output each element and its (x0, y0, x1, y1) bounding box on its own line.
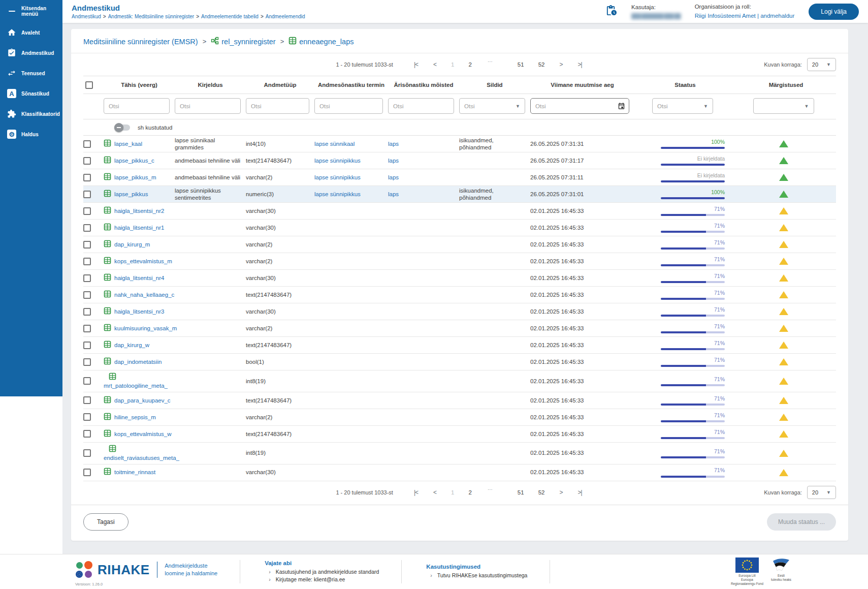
element-name-link[interactable]: dap_kirurg_m (114, 241, 150, 248)
element-name-link[interactable]: hiline_sepsis_m (114, 414, 156, 421)
term-link[interactable]: lapse sünnipikkus (314, 174, 361, 180)
back-button[interactable]: Tagasi (83, 513, 128, 531)
concept-link[interactable]: laps (388, 174, 399, 180)
row-checkbox[interactable] (83, 291, 91, 299)
row-checkbox[interactable] (83, 377, 91, 385)
green-triangle-flag-icon[interactable] (779, 140, 788, 147)
row-checkbox[interactable] (83, 207, 91, 215)
row-checkbox[interactable] (83, 224, 91, 232)
dataset-breadcrumb-link[interactable]: rel_synniregister (211, 37, 275, 46)
row-checkbox[interactable] (83, 396, 91, 404)
element-name-link[interactable]: haigla_litsentsi_nr1 (114, 224, 164, 231)
sidebar-item-klassifikaatorid[interactable]: Klassifikaatorid (0, 104, 62, 124)
row-checkbox[interactable] (83, 449, 91, 457)
page-button-51[interactable]: 51 (517, 489, 525, 495)
row-checkbox[interactable] (83, 342, 91, 349)
row-checkbox[interactable] (83, 430, 91, 438)
green-triangle-flag-icon[interactable] (779, 157, 788, 164)
prev-page-button[interactable]: < (432, 489, 438, 496)
breadcrumb-link[interactable]: Andmestik: Meditsiiniline sünniregister (108, 14, 195, 19)
select-all-checkbox[interactable] (85, 81, 93, 89)
first-page-button[interactable]: |< (412, 61, 420, 68)
filter-input-kirjeldus[interactable] (175, 98, 241, 114)
org-role-link[interactable]: Riigi Infosüsteemi Amet | andmehaldur (695, 13, 795, 19)
element-name-link[interactable]: kops_ettevalmistus_m (114, 258, 172, 265)
collapse-menu-button[interactable]: Kitsendan menüü (0, 1, 62, 21)
footer-link[interactable]: ›Kirjutage meile: klient@ria.ee (269, 576, 379, 582)
page-button-2[interactable]: 2 (467, 61, 472, 68)
row-checkbox[interactable] (83, 325, 91, 332)
element-name-link[interactable]: dap_indometatsiin (114, 358, 162, 365)
element-name-link[interactable]: dap_para_kuupaev_c (114, 397, 171, 404)
clipboard-clock-icon[interactable] (605, 5, 617, 18)
element-name-link[interactable]: kuulmisuuring_vasak_m (114, 325, 177, 332)
element-name-link[interactable]: toitmine_rinnast (114, 469, 155, 476)
per-page-select[interactable]: 20 ▼ (807, 58, 836, 71)
filter-select-m-rgistused[interactable]: ▼ (753, 98, 814, 114)
breadcrumb-link[interactable]: Andmeelementide tabelid (201, 14, 259, 19)
row-checkbox[interactable] (83, 157, 91, 165)
element-name-link[interactable]: endiselt_raviasutuses_meta_ (104, 454, 179, 461)
next-page-button[interactable]: > (558, 61, 564, 68)
yellow-triangle-flag-icon[interactable] (779, 414, 788, 421)
filter-input-andmes-nastiku-termin[interactable] (314, 98, 383, 114)
term-link[interactable]: lapse sünnipikkus (314, 158, 361, 164)
element-name-link[interactable]: kops_ettevalmistus_w (114, 430, 172, 438)
yellow-triangle-flag-icon[interactable] (779, 308, 788, 315)
green-triangle-flag-icon[interactable] (779, 174, 788, 181)
element-name-link[interactable]: nahk_naha_kellaaeg_c (114, 291, 174, 298)
footer-link[interactable]: ›Tutvu RIHAKEse kasutustingimustega (430, 572, 527, 578)
footer-link[interactable]: ›Kasutusjuhend ja andmekirjelduse standa… (269, 569, 379, 575)
breadcrumb-link[interactable]: Andmestikud (72, 14, 101, 19)
first-page-button[interactable]: |< (412, 489, 420, 496)
breadcrumb-link[interactable]: Andmeelemendid (266, 14, 305, 19)
row-checkbox[interactable] (83, 413, 91, 421)
yellow-triangle-flag-icon[interactable] (779, 397, 788, 404)
row-checkbox[interactable] (83, 469, 91, 476)
element-name-link[interactable]: haigla_litsentsi_nr3 (114, 308, 164, 315)
row-checkbox[interactable] (83, 258, 91, 265)
yellow-triangle-flag-icon[interactable] (779, 241, 788, 248)
row-checkbox[interactable] (83, 174, 91, 181)
element-name-link[interactable]: mrt_patoloogiline_meta_ (104, 382, 168, 389)
yellow-triangle-flag-icon[interactable] (779, 274, 788, 282)
yellow-triangle-flag-icon[interactable] (779, 430, 788, 438)
filter-input-andmet-p[interactable] (246, 98, 309, 114)
row-checkbox[interactable] (83, 274, 91, 282)
row-checkbox[interactable] (83, 191, 91, 198)
term-link[interactable]: lapse sünnikaal (314, 141, 355, 147)
filter-date-viimane-muutmise-aeg[interactable] (530, 98, 629, 114)
row-checkbox[interactable] (83, 241, 91, 249)
sidebar-item-s-nastikud[interactable]: ASõnastikud (0, 83, 62, 104)
sidebar-item-haldus[interactable]: ⚙Haldus (0, 124, 62, 144)
yellow-triangle-flag-icon[interactable] (779, 325, 788, 332)
page-button-1[interactable]: 1 (450, 61, 455, 68)
element-name-link[interactable]: lapse_pikkus_c (114, 157, 154, 164)
prev-page-button[interactable]: < (432, 61, 438, 68)
yellow-triangle-flag-icon[interactable] (779, 378, 788, 385)
filter-date-input[interactable] (530, 98, 629, 114)
element-name-link[interactable]: dap_kirurg_w (114, 342, 149, 349)
sidebar-item-andmestikud[interactable]: Andmestikud (0, 43, 62, 63)
yellow-triangle-flag-icon[interactable] (779, 342, 788, 349)
sidebar-item-avaleht[interactable]: Avaleht (0, 22, 62, 43)
dataset-breadcrumb-link[interactable]: enneaegne_laps (288, 37, 353, 46)
page-button-2[interactable]: 2 (467, 489, 472, 495)
next-page-button[interactable]: > (558, 489, 564, 496)
term-link[interactable]: lapse sünnipikkus (314, 191, 361, 197)
yellow-triangle-flag-icon[interactable] (779, 258, 788, 265)
yellow-triangle-flag-icon[interactable] (779, 291, 788, 298)
concept-link[interactable]: laps (388, 191, 399, 197)
row-checkbox[interactable] (83, 308, 91, 316)
element-name-link[interactable]: lapse_kaal (114, 140, 142, 147)
sidebar-item-teenused[interactable]: Teenused (0, 63, 62, 83)
yellow-triangle-flag-icon[interactable] (779, 469, 788, 476)
filter-input--ris-nastiku-m-isted[interactable] (388, 98, 454, 114)
change-status-button[interactable]: Muuda staatus ... (767, 513, 836, 531)
yellow-triangle-flag-icon[interactable] (779, 450, 788, 457)
page-button-52[interactable]: 52 (537, 489, 546, 495)
element-name-link[interactable]: haigla_litsentsi_nr2 (114, 207, 164, 214)
last-page-button[interactable]: >| (576, 489, 583, 496)
last-page-button[interactable]: >| (576, 61, 583, 68)
page-button-51[interactable]: 51 (517, 61, 525, 68)
